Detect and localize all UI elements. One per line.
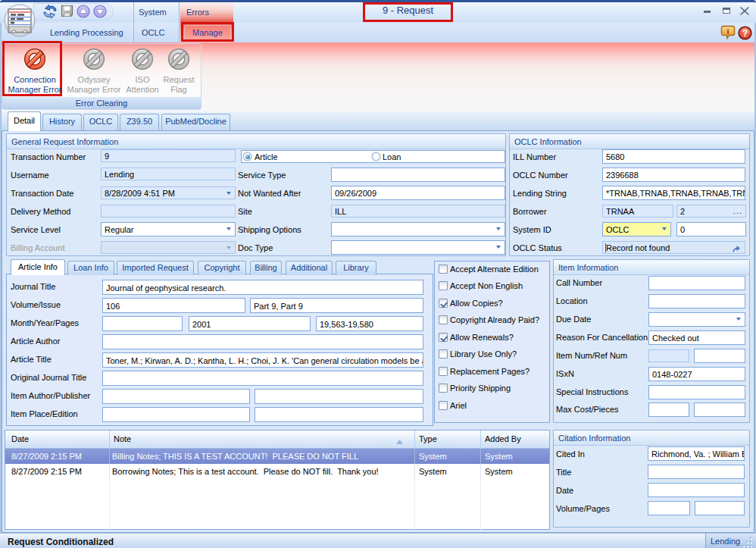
svg-text:i: i [726,27,729,36]
svg-text:?: ? [742,28,748,39]
